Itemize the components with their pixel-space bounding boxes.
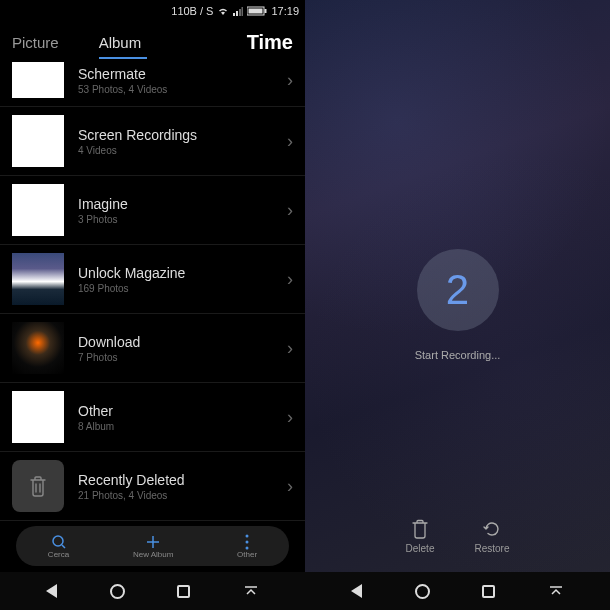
more-icon [245,534,249,550]
album-meta: 21 Photos, 4 Videos [78,490,287,501]
svg-point-12 [246,540,249,543]
gallery-panel: 110B / S 17:19 Picture Album Time Scherm… [0,0,305,610]
search-label: Cerca [48,550,69,559]
navigation-bar [0,572,305,610]
countdown-circle: 2 [417,249,499,331]
bottom-toolbar: Cerca New Album Other [16,526,289,566]
chevron-right-icon: › [287,476,293,497]
gallery-tabs: Picture Album Time [0,22,305,62]
list-item[interactable]: Imagine 3 Photos › [0,176,305,245]
home-button[interactable] [415,584,430,599]
list-item[interactable]: Recently Deleted 21 Photos, 4 Videos › [0,452,305,521]
album-title: Imagine [78,196,287,212]
chevron-right-icon: › [287,269,293,290]
album-title: Recently Deleted [78,472,287,488]
recents-button[interactable] [482,585,495,598]
list-item[interactable]: Unlock Magazine 169 Photos › [0,245,305,314]
album-meta: 53 Photos, 4 Videos [78,84,287,95]
album-meta: 3 Photos [78,214,287,225]
chevron-right-icon: › [287,407,293,428]
home-button[interactable] [110,584,125,599]
album-thumbnail [12,253,64,305]
tab-picture[interactable]: Picture [12,34,59,51]
album-info: Other 8 Album [78,403,287,432]
list-item[interactable]: Schermate 53 Photos, 4 Videos › [0,62,305,107]
countdown-number: 2 [446,266,469,314]
chevron-right-icon: › [287,338,293,359]
trash-icon [411,519,429,539]
album-meta: 7 Photos [78,352,287,363]
svg-rect-2 [239,9,241,16]
album-info: Imagine 3 Photos [78,196,287,225]
svg-rect-6 [265,9,267,13]
album-title: Screen Recordings [78,127,287,143]
album-info: Recently Deleted 21 Photos, 4 Videos [78,472,287,501]
album-title: Download [78,334,287,350]
album-thumbnail [12,115,64,167]
wifi-icon [217,6,229,16]
recording-toolbar: Delete Restore [305,506,610,566]
album-meta: 169 Photos [78,283,287,294]
other-button[interactable]: Other [237,534,257,559]
tab-time[interactable]: Time [247,31,293,54]
status-bar: 110B / S 17:19 [0,0,305,22]
svg-rect-1 [236,11,238,16]
svg-rect-5 [249,9,263,14]
album-thumbnail [12,460,64,512]
chevron-right-icon: › [287,200,293,221]
album-title: Other [78,403,287,419]
clock-time: 17:19 [271,5,299,17]
signal-icon [233,6,243,16]
new-album-button[interactable]: New Album [133,534,173,559]
navigation-bar [305,572,610,610]
delete-label: Delete [406,543,435,554]
search-button[interactable]: Cerca [48,534,69,559]
list-item[interactable]: Other 8 Album › [0,383,305,452]
album-info: Schermate 53 Photos, 4 Videos [78,66,287,95]
svg-line-8 [62,545,65,548]
countdown-label: Start Recording... [415,349,501,361]
album-info: Download 7 Photos [78,334,287,363]
album-thumbnail [12,391,64,443]
restore-label: Restore [474,543,509,554]
tab-album[interactable]: Album [99,34,142,51]
new-album-label: New Album [133,550,173,559]
delete-button[interactable]: Delete [406,519,435,554]
svg-rect-0 [233,13,235,16]
back-button[interactable] [46,584,57,598]
other-label: Other [237,550,257,559]
album-info: Unlock Magazine 169 Photos [78,265,287,294]
album-title: Unlock Magazine [78,265,287,281]
chevron-right-icon: › [287,131,293,152]
recents-button[interactable] [177,585,190,598]
album-thumbnail [12,62,64,98]
chevron-right-icon: › [287,70,293,91]
drawer-button[interactable] [243,583,259,599]
search-icon [51,534,67,550]
recording-panel: 2 Start Recording... Delete Restore [305,0,610,610]
back-button[interactable] [351,584,362,598]
album-title: Schermate [78,66,287,82]
restore-button[interactable]: Restore [474,519,509,554]
album-thumbnail [12,184,64,236]
svg-point-7 [53,536,63,546]
drawer-button[interactable] [548,583,564,599]
album-info: Screen Recordings 4 Videos [78,127,287,156]
album-meta: 4 Videos [78,145,287,156]
album-thumbnail [12,322,64,374]
network-speed: 110B / S [171,5,213,17]
battery-icon [247,6,267,16]
svg-rect-3 [242,7,244,16]
list-item[interactable]: Download 7 Photos › [0,314,305,383]
album-meta: 8 Album [78,421,287,432]
restore-icon [482,519,502,539]
svg-point-11 [246,534,249,537]
plus-icon [145,534,161,550]
list-item[interactable]: Screen Recordings 4 Videos › [0,107,305,176]
